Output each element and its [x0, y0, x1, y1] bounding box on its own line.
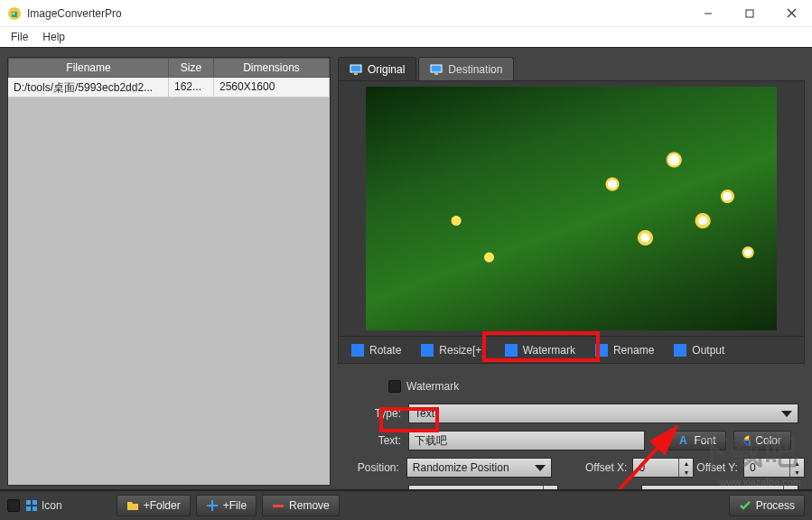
icon-checkbox[interactable] [7, 499, 20, 512]
action-rotate[interactable]: Rotate [342, 339, 410, 361]
icon-checkbox-label: Icon [42, 499, 62, 512]
watermark-form: Watermark Type: Text Text: A Font [338, 364, 805, 508]
offsetx-spinner[interactable]: 0▲▼ [632, 458, 694, 478]
remove-button[interactable]: Remove [262, 495, 340, 516]
position-label: Position: [338, 461, 406, 474]
action-watermark[interactable]: Watermark [496, 339, 584, 361]
folder-icon [126, 499, 139, 512]
menu-help[interactable]: Help [35, 29, 72, 45]
dropdown-icon [535, 465, 546, 471]
col-filename[interactable]: Filename [8, 58, 169, 78]
svg-rect-9 [434, 73, 438, 75]
action-output-label: Output [692, 344, 724, 357]
plus-icon [206, 499, 219, 512]
svg-rect-11 [421, 344, 434, 357]
right-panel: Original Destination Rotate Resize[+] Wa… [338, 57, 805, 486]
position-value: Randomize Position [413, 461, 509, 474]
svg-rect-3 [746, 10, 753, 17]
color-button-label: Color [755, 434, 781, 447]
grid-icon [25, 499, 38, 512]
action-resize-label: Resize[+] [439, 344, 484, 357]
table-row[interactable]: D:/tools/桌面/5993ecb2dd2... 162... 2560X1… [8, 78, 330, 98]
titlebar: ImageConverterPro [0, 0, 812, 27]
svg-rect-22 [273, 505, 284, 507]
svg-rect-8 [431, 65, 442, 72]
svg-rect-7 [354, 73, 358, 75]
file-list: Filename Size Dimensions D:/tools/桌面/599… [7, 57, 331, 486]
tab-original-label: Original [368, 63, 405, 76]
add-file-button[interactable]: +File [196, 495, 257, 516]
remove-label: Remove [289, 499, 330, 512]
action-watermark-label: Watermark [523, 344, 575, 357]
app-title: ImageConverterPro [27, 7, 687, 20]
svg-rect-18 [26, 500, 31, 505]
main-area: Filename Size Dimensions D:/tools/桌面/599… [0, 47, 812, 520]
add-folder-label: +Folder [144, 499, 181, 512]
svg-text:A: A [679, 435, 687, 446]
process-button[interactable]: Process [729, 495, 805, 516]
svg-rect-13 [595, 344, 608, 357]
svg-rect-19 [33, 500, 37, 505]
maximize-button[interactable] [729, 0, 770, 27]
minimize-button[interactable] [687, 0, 729, 27]
output-icon [674, 344, 686, 357]
type-select[interactable]: Text [408, 404, 798, 423]
font-button[interactable]: A Font [668, 431, 726, 450]
offsetx-value: 0 [639, 461, 645, 474]
preview-image [366, 87, 777, 330]
font-button-label: Font [694, 434, 715, 447]
offsety-spinner[interactable]: 0▲▼ [743, 458, 805, 478]
app-icon [7, 6, 22, 21]
monitor-icon [430, 63, 443, 76]
color-button[interactable]: Color [733, 431, 791, 450]
close-button[interactable] [770, 0, 812, 27]
cell-dimensions: 2560X1600 [214, 78, 330, 97]
svg-rect-10 [351, 344, 364, 357]
monitor-icon [350, 63, 362, 76]
rename-icon [595, 344, 608, 357]
text-input[interactable] [408, 431, 645, 450]
check-icon [739, 499, 751, 512]
tab-destination-label: Destination [448, 63, 502, 76]
type-value: Text [415, 407, 434, 420]
preview-tabs: Original Destination [338, 57, 805, 80]
grid-header: Filename Size Dimensions [8, 58, 330, 78]
minus-icon [272, 499, 285, 512]
action-rename[interactable]: Rename [586, 339, 663, 361]
add-file-label: +File [223, 499, 247, 512]
offsetx-label: Offset X: [583, 461, 632, 474]
action-rotate-label: Rotate [369, 344, 401, 357]
menu-file[interactable]: File [4, 29, 35, 45]
cell-size: 162... [169, 78, 214, 97]
position-select[interactable]: Randomize Position [406, 458, 552, 478]
menubar: File Help [0, 27, 812, 47]
action-rename-label: Rename [613, 344, 654, 357]
resize-icon [421, 344, 434, 357]
watermark-checkbox[interactable] [388, 380, 401, 393]
svg-rect-20 [26, 506, 31, 511]
svg-point-1 [13, 12, 15, 14]
offsety-label: Offset Y: [694, 461, 742, 474]
bottom-toolbar: Icon +Folder +File Remove Process [0, 489, 812, 520]
color-icon [743, 435, 751, 446]
col-dimensions[interactable]: Dimensions [214, 58, 330, 78]
svg-rect-14 [674, 344, 686, 357]
svg-rect-21 [33, 506, 37, 511]
watermark-icon [505, 344, 518, 357]
tab-original[interactable]: Original [338, 57, 416, 80]
add-folder-button[interactable]: +Folder [117, 495, 191, 516]
svg-rect-12 [505, 344, 518, 357]
cell-filename: D:/tools/桌面/5993ecb2dd2... [8, 78, 169, 97]
preview-pane [338, 80, 805, 337]
type-label: Type: [338, 407, 408, 420]
text-label: Text: [338, 434, 408, 447]
action-output[interactable]: Output [665, 339, 733, 361]
action-tabs: Rotate Resize[+] Watermark Rename Output [338, 337, 805, 364]
col-size[interactable]: Size [169, 58, 214, 78]
font-icon: A [678, 435, 689, 446]
watermark-checkbox-label: Watermark [406, 380, 459, 393]
tab-destination[interactable]: Destination [418, 57, 514, 80]
svg-rect-6 [350, 65, 361, 72]
offsety-value: 0 [750, 461, 756, 474]
action-resize[interactable]: Resize[+] [412, 339, 493, 361]
